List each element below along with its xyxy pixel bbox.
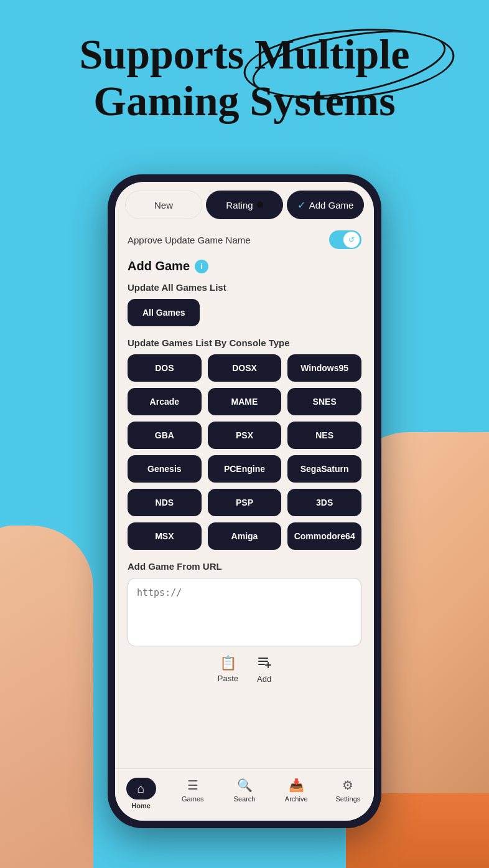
nav-settings-label: Settings (336, 795, 361, 803)
console-btn-3ds[interactable]: 3DS (287, 489, 361, 516)
console-btn-psp[interactable]: PSP (208, 489, 282, 516)
nav-archive-label: Archive (285, 795, 308, 803)
home-icon: ⌂ (137, 781, 145, 795)
console-btn-commodore64[interactable]: Commodore64 (287, 522, 361, 550)
console-btn-nds[interactable]: NDS (128, 489, 202, 516)
paste-icon: 📋 (220, 655, 236, 671)
search-icon: 🔍 (237, 778, 253, 793)
paste-label: Paste (218, 674, 238, 683)
add-icon (258, 655, 271, 672)
tab-add-game[interactable]: ✓ Add Game (287, 191, 364, 219)
hand-left-decoration (0, 526, 93, 868)
console-btn-dos[interactable]: DOS (128, 354, 202, 382)
console-btn-segasaturn[interactable]: SegaSaturn (287, 455, 361, 483)
add-game-title: Add Game i (128, 259, 361, 273)
nav-home-label: Home (131, 802, 151, 809)
info-icon[interactable]: i (195, 260, 208, 273)
approve-row: Approve Update Game Name ↺ (115, 225, 374, 259)
approve-toggle[interactable]: ↺ (329, 230, 361, 249)
bottom-nav: ⌂ Home ☰ Games 🔍 Search 📥 Archive ⚙ Sett… (115, 768, 374, 821)
paste-button[interactable]: 📋 Paste (218, 655, 238, 684)
update-all-label: Update All Games List (128, 282, 361, 293)
action-row: 📋 Paste Add (128, 649, 361, 690)
nav-archive[interactable]: 📥 Archive (271, 774, 322, 813)
content-area: Add Game i Update All Games List All Gam… (115, 259, 374, 768)
rating-dot (257, 202, 263, 208)
tab-new[interactable]: New (125, 191, 202, 219)
all-games-button[interactable]: All Games (128, 299, 200, 326)
tab-rating[interactable]: Rating (206, 191, 283, 219)
console-btn-arcade[interactable]: Arcade (128, 388, 202, 415)
approve-label: Approve Update Game Name (128, 235, 251, 245)
nav-games-label: Games (182, 795, 203, 803)
phone-screen: New Rating ✓ Add Game Approve Update Gam… (115, 182, 374, 821)
settings-icon: ⚙ (342, 778, 353, 793)
console-btn-nes[interactable]: NES (287, 422, 361, 449)
nav-settings[interactable]: ⚙ Settings (322, 774, 374, 813)
nav-home[interactable]: ⌂ Home (115, 774, 167, 813)
games-icon: ☰ (187, 778, 198, 793)
refresh-icon: ↺ (348, 235, 355, 244)
console-btn-amiga[interactable]: Amiga (208, 522, 282, 550)
console-btn-snes[interactable]: SNES (287, 388, 361, 415)
console-btn-windows95[interactable]: Windows95 (287, 354, 361, 382)
phone-frame: New Rating ✓ Add Game Approve Update Gam… (108, 174, 381, 828)
url-input[interactable] (128, 578, 361, 646)
console-btn-gba[interactable]: GBA (128, 422, 202, 449)
add-button[interactable]: Add (257, 655, 271, 684)
console-btn-msx[interactable]: MSX (128, 522, 202, 550)
check-icon: ✓ (297, 199, 305, 211)
console-buttons-grid: DOSDOSXWindows95ArcadeMAMESNESGBAPSXNESG… (128, 354, 361, 550)
all-games-grid: All Games (128, 299, 361, 326)
console-btn-pcengine[interactable]: PCEngine (208, 455, 282, 483)
console-btn-dosx[interactable]: DOSX (208, 354, 282, 382)
console-btn-mame[interactable]: MAME (208, 388, 282, 415)
toggle-knob: ↺ (343, 232, 360, 248)
console-btn-genesis[interactable]: Genesis (128, 455, 202, 483)
nav-search-label: Search (234, 795, 256, 803)
home-icon-wrap: ⌂ (126, 778, 156, 800)
nav-games[interactable]: ☰ Games (167, 774, 218, 813)
tab-bar: New Rating ✓ Add Game (115, 182, 374, 225)
console-btn-psx[interactable]: PSX (208, 422, 282, 449)
url-section-label: Add Game From URL (128, 561, 361, 572)
nav-search[interactable]: 🔍 Search (218, 774, 270, 813)
update-console-label: Update Games List By Console Type (128, 337, 361, 348)
archive-icon: 📥 (289, 778, 304, 793)
add-label: Add (257, 674, 271, 684)
